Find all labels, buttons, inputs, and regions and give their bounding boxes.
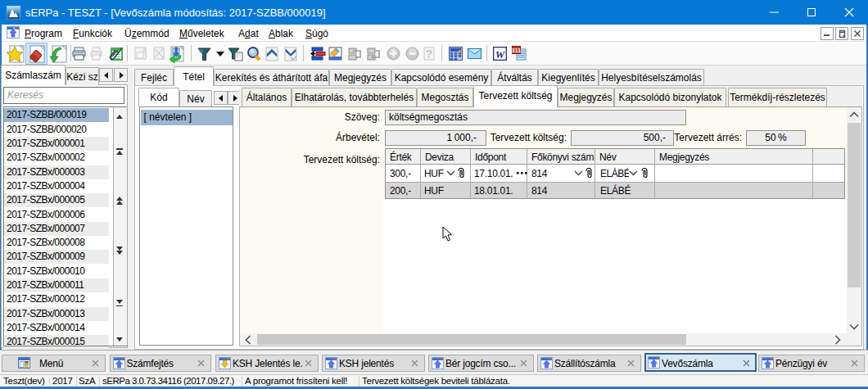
svg-text:311: 311 [512, 47, 521, 53]
svg-text:W: W [495, 48, 506, 61]
svg-text:?: ? [426, 47, 432, 60]
